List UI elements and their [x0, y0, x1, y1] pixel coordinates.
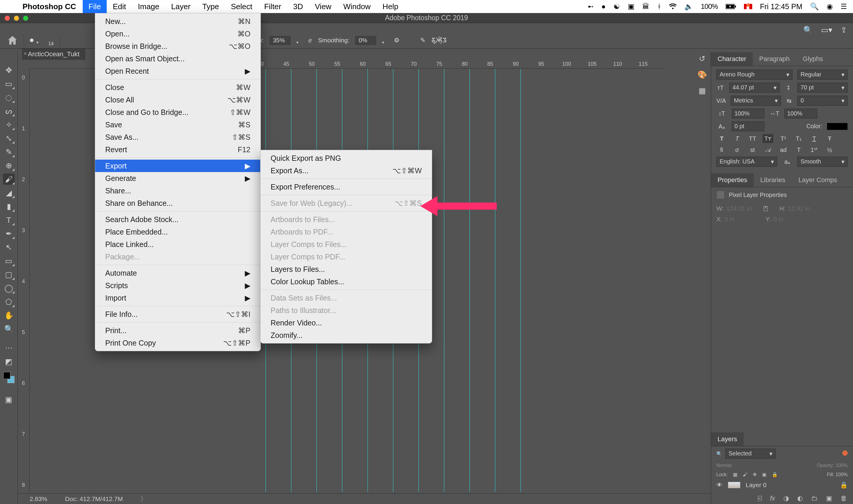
menuextra-icon-1[interactable]: ➸: [588, 2, 594, 11]
layer-filter-dropdown[interactable]: Selected▾: [725, 449, 776, 459]
horiz-scale-input[interactable]: 100%: [785, 109, 817, 119]
zoom-tool-icon[interactable]: 🔍: [3, 323, 15, 335]
leading-input[interactable]: 70 pt▾: [797, 83, 848, 93]
antialias-dropdown[interactable]: Smooth▾: [797, 157, 848, 167]
export-menu-item-3[interactable]: Export Preferences...: [261, 181, 432, 193]
new-adjustment-icon[interactable]: ◐: [797, 494, 803, 502]
y-field[interactable]: Y:0 in: [766, 216, 784, 223]
history-panel-icon[interactable]: ↺: [694, 52, 710, 65]
file-menu-item-29[interactable]: Print...⌘P: [95, 324, 261, 337]
bold-button[interactable]: T: [716, 134, 727, 143]
flow-input[interactable]: 35%: [270, 36, 291, 45]
file-menu-item-2[interactable]: Browse in Bridge...⌥⌘O: [95, 40, 261, 52]
bluetooth-icon[interactable]: ᚼ: [657, 2, 661, 11]
file-menu-item-3[interactable]: Open as Smart Object...: [95, 52, 261, 65]
file-menu-item-10[interactable]: Save As...⇧⌘S: [95, 131, 261, 143]
search-icon[interactable]: 🔍: [803, 25, 813, 35]
layer-filter-search-icon[interactable]: 🔍: [716, 451, 722, 456]
file-menu-item-16[interactable]: Share on Behance...: [95, 197, 261, 209]
export-menu-item-0[interactable]: Quick Export as PNG: [261, 152, 432, 164]
menubar-clock[interactable]: Fri 12:45 PM: [760, 2, 802, 11]
fill-input[interactable]: 100%: [836, 472, 848, 477]
lock-all-icon[interactable]: 🔒: [772, 472, 778, 478]
document-layout-icon[interactable]: ▭▾: [821, 25, 832, 35]
brush-preset-icon[interactable]: [30, 38, 42, 42]
height-field[interactable]: H:12.92 in: [780, 205, 810, 212]
baseline-input[interactable]: 0 pt: [732, 121, 764, 131]
quick-mask-icon[interactable]: ◩: [3, 356, 15, 367]
window-traffic-lights[interactable]: [5, 16, 28, 21]
eraser-tool-icon[interactable]: ◢: [3, 187, 15, 198]
mac-menu-filter[interactable]: Filter: [258, 0, 287, 13]
file-menu-item-30[interactable]: Print One Copy⌥⇧⌘P: [95, 337, 261, 349]
healing-brush-tool-icon[interactable]: ⊕: [3, 160, 15, 171]
visibility-eye-icon[interactable]: 👁: [716, 482, 723, 489]
menuextra-icon-3[interactable]: ☯: [613, 2, 620, 11]
fractions-button[interactable]: ½: [824, 145, 835, 154]
layer-row[interactable]: 👁 Layer 0 🔒: [711, 479, 853, 491]
input-source-flag-icon[interactable]: [744, 4, 752, 9]
titling-button[interactable]: T: [794, 145, 804, 154]
smoothing-input[interactable]: 0%: [355, 36, 376, 45]
vert-scale-input[interactable]: 100%: [732, 109, 764, 119]
stylistic-button[interactable]: ad: [778, 145, 789, 154]
lock-transparency-icon[interactable]: ▦: [733, 472, 737, 478]
swash-button[interactable]: 𝒜: [763, 145, 773, 154]
document-tab[interactable]: × ArcticOcean_Tukt: [22, 49, 85, 60]
polygon-tool-icon[interactable]: ⬠: [3, 296, 15, 307]
file-menu-item-24[interactable]: Scripts▶: [95, 279, 261, 292]
artboard-tool-icon[interactable]: ▭: [3, 78, 15, 89]
layer-fx-icon[interactable]: fx: [770, 494, 775, 502]
tab-libraries[interactable]: Libraries: [754, 173, 791, 187]
x-field[interactable]: X:0 in: [716, 216, 735, 223]
new-layer-icon[interactable]: ▣: [826, 494, 832, 502]
link-wh-icon[interactable]: ⍞: [764, 205, 768, 212]
battery-icon[interactable]: [726, 4, 736, 9]
path-selection-tool-icon[interactable]: ↖: [3, 241, 15, 253]
file-menu-item-9[interactable]: Save⌘S: [95, 119, 261, 131]
tab-properties[interactable]: Properties: [711, 173, 754, 187]
status-flyout-icon[interactable]: 〉: [140, 495, 147, 503]
file-menu-item-6[interactable]: Close⌘W: [95, 81, 261, 94]
foreground-color-swatch[interactable]: [3, 372, 11, 379]
rounded-rect-tool-icon[interactable]: ▢: [3, 269, 15, 280]
mac-menu-layer[interactable]: Layer: [166, 0, 196, 13]
file-menu-item-11[interactable]: RevertF12: [95, 143, 261, 156]
blend-mode-dropdown[interactable]: Normal: [716, 463, 732, 468]
font-family-dropdown[interactable]: Areno Rough▾: [716, 70, 793, 80]
lock-position-icon[interactable]: ✥: [753, 472, 757, 478]
text-color-swatch[interactable]: [827, 123, 848, 130]
color-panel-icon[interactable]: 🎨: [694, 68, 710, 81]
smallcaps-button[interactable]: Tᴛ: [763, 134, 773, 143]
rectangle-tool-icon[interactable]: ▭: [3, 255, 15, 267]
app-name[interactable]: Photoshop CC: [16, 2, 83, 11]
lock-artboard-icon[interactable]: ▣: [762, 472, 766, 478]
volume-icon[interactable]: 🔈: [684, 2, 693, 11]
menuextra-icon-5[interactable]: 🏛: [642, 2, 649, 11]
screen-mode-icon[interactable]: ▣: [3, 394, 15, 405]
file-menu-item-18[interactable]: Search Adobe Stock...: [95, 213, 261, 226]
share-icon[interactable]: ⇪: [840, 25, 847, 35]
eyedropper-tool-icon[interactable]: ✎: [3, 146, 15, 158]
brush-tool-icon[interactable]: 🖌: [3, 174, 15, 185]
tab-layer-comps[interactable]: Layer Comps: [792, 173, 844, 187]
vertical-ruler[interactable]: 012345678: [18, 69, 30, 492]
export-menu-item-12[interactable]: Color Lookup Tables...: [261, 275, 432, 288]
add-mask-icon[interactable]: ◑: [783, 494, 789, 502]
discretionary-button[interactable]: st: [747, 145, 758, 154]
tab-glyphs[interactable]: Glyphs: [796, 52, 829, 66]
mac-menu-window[interactable]: Window: [337, 0, 377, 13]
document-size[interactable]: Doc: 412.7M/412.7M: [65, 496, 123, 503]
tracking-input[interactable]: 0▾: [797, 96, 848, 106]
opacity-input[interactable]: 100%: [836, 463, 848, 468]
kerning-input[interactable]: Metrics▾: [731, 96, 781, 106]
file-menu-item-0[interactable]: New...⌘N: [95, 15, 261, 28]
smoothing-options-icon[interactable]: ⚙: [394, 37, 400, 44]
subscript-button[interactable]: T₁: [794, 134, 804, 143]
mac-menu-view[interactable]: View: [309, 0, 337, 13]
menuextra-icon-2[interactable]: ●: [602, 2, 606, 11]
home-icon[interactable]: [7, 35, 18, 46]
gradient-tool-icon[interactable]: ▮: [3, 201, 15, 212]
superscript-button[interactable]: T¹: [778, 134, 789, 143]
tab-paragraph[interactable]: Paragraph: [753, 52, 796, 66]
